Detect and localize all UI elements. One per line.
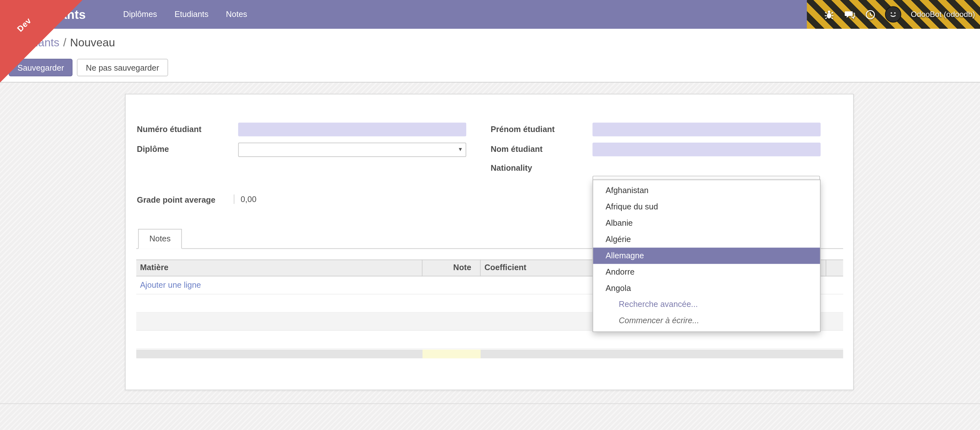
column-header-note[interactable]: Note: [422, 260, 480, 277]
breadcrumb-current: Nouveau: [70, 36, 115, 49]
discard-button[interactable]: Ne pas sauvegarder: [77, 59, 168, 76]
note-sum-cell: [422, 349, 480, 358]
systray: OdooBot (odoodb): [823, 0, 975, 29]
chevron-down-icon: ▾: [459, 146, 462, 153]
diploma-label: Diplôme: [137, 145, 169, 154]
student-number-label: Numéro étudiant: [137, 124, 201, 134]
content-divider: [0, 403, 980, 404]
nationality-dropdown: Afghanistan Afrique du sud Albanie Algér…: [592, 179, 821, 332]
last-name-label: Nom étudiant: [490, 145, 542, 154]
breadcrumb-separator: /: [63, 36, 67, 49]
column-header-matiere[interactable]: Matière: [136, 260, 422, 277]
form-sheet: Numéro étudiant Diplôme ▾ Grade point av…: [125, 94, 854, 390]
user-menu[interactable]: OdooBot (odoodb): [911, 10, 975, 19]
last-name-input[interactable]: [592, 143, 821, 156]
diploma-select[interactable]: ▾: [238, 143, 466, 157]
menu-notes[interactable]: Notes: [217, 0, 256, 29]
menu-etudiants[interactable]: Etudiants: [166, 0, 217, 29]
control-panel: Etudiants/Nouveau Sauvegarder Ne pas sau…: [0, 29, 980, 83]
app-window: Etudiants Diplômes Etudiants Notes: [0, 0, 980, 430]
gpa-value: 0,00: [234, 194, 256, 204]
dropdown-option-highlighted[interactable]: Allemagne: [593, 248, 820, 264]
menu-diplomes[interactable]: Diplômes: [115, 0, 166, 29]
user-avatar[interactable]: [885, 6, 901, 23]
main-menu: Diplômes Etudiants Notes: [115, 0, 256, 29]
bug-icon[interactable]: [823, 9, 834, 20]
chat-icon[interactable]: [844, 9, 855, 20]
dropdown-option[interactable]: Albanie: [593, 215, 820, 231]
nationality-label: Nationality: [490, 163, 532, 173]
table-sum-row: [136, 349, 843, 358]
top-navbar: Etudiants Diplômes Etudiants Notes: [0, 0, 980, 29]
add-line-link[interactable]: Ajouter une ligne: [136, 280, 201, 289]
dev-ribbon-label: Dev: [15, 16, 33, 33]
student-number-input[interactable]: [238, 123, 466, 136]
advanced-search-link[interactable]: Recherche avancée...: [593, 296, 820, 313]
dropdown-option[interactable]: Andorre: [593, 264, 820, 280]
table-row-empty: [136, 331, 843, 349]
dropdown-option[interactable]: Afghanistan: [593, 183, 820, 199]
content-area: Numéro étudiant Diplôme ▾ Grade point av…: [0, 82, 980, 430]
record-action-buttons: Sauvegarder Ne pas sauvegarder: [9, 59, 168, 76]
first-name-input[interactable]: [592, 123, 821, 136]
start-typing-hint: Commencer à écrire...: [593, 313, 820, 329]
first-name-label: Prénom étudiant: [490, 124, 555, 134]
clock-icon[interactable]: [864, 9, 875, 20]
optional-columns-cell: [826, 260, 843, 277]
dropdown-option[interactable]: Angola: [593, 280, 820, 296]
dropdown-option[interactable]: Algérie: [593, 231, 820, 248]
tab-notes[interactable]: Notes: [138, 229, 182, 249]
dropdown-option[interactable]: Afrique du sud: [593, 199, 820, 215]
gpa-label: Grade point average: [137, 195, 215, 204]
